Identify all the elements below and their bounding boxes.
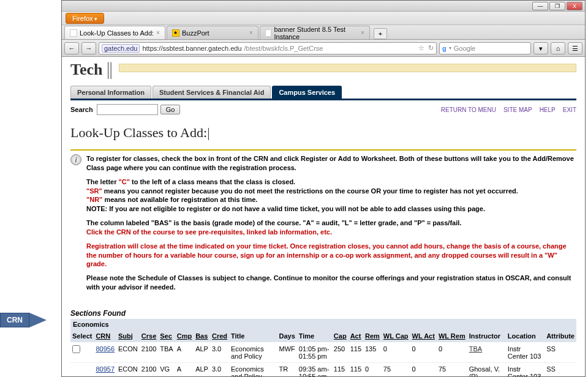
subject-heading: Economics <box>70 319 576 330</box>
window-close[interactable]: X <box>567 2 582 10</box>
cell-cap: 115 <box>332 362 349 376</box>
info-block: i To register for classes, check the box… <box>70 154 576 297</box>
crn-link[interactable]: 80957 <box>96 365 115 373</box>
crn-annotation: CRN <box>0 313 47 327</box>
cell-days: TR <box>277 362 296 376</box>
col-cmp[interactable]: Cmp <box>175 330 194 343</box>
bookmarks-icon[interactable]: ☰ <box>568 42 582 54</box>
new-tab-button[interactable]: + <box>374 28 387 39</box>
link-help[interactable]: HELP <box>540 106 556 113</box>
cell-subj: ECON <box>116 342 140 362</box>
info-p1: To register for classes, check the box i… <box>86 155 574 171</box>
col-cap[interactable]: Cap <box>332 330 349 343</box>
search-input[interactable] <box>97 104 158 115</box>
instructor: Ghosal, V. (P) <box>469 365 500 376</box>
url-path: /btest/bwskfcls.P_GetCrse <box>244 45 323 52</box>
tab-title: Look-Up Classes to Add: <box>80 29 154 37</box>
close-tab-icon[interactable]: × <box>361 29 364 36</box>
cell-attribute: SS <box>545 362 576 376</box>
tab-campus-services[interactable]: Campus Services <box>272 86 342 99</box>
go-button[interactable]: Go <box>160 105 181 114</box>
table-row: 80956ECON2100TBAAALP3.0Economics and Pol… <box>70 342 576 362</box>
site-logo: Tech∥ <box>70 57 114 86</box>
select-checkbox[interactable] <box>72 345 80 353</box>
tab-buzzport[interactable]: ★ BuzzPort × <box>167 26 258 39</box>
cell-crse: 2100 <box>140 342 158 362</box>
downloads-icon[interactable]: ▾ <box>533 42 548 54</box>
col-wlact[interactable]: WL Act <box>410 330 437 343</box>
col-subj[interactable]: Subj <box>116 330 140 343</box>
cell-time: 01:05 pm-01:55 pm <box>297 342 332 362</box>
col-sec[interactable]: Sec <box>158 330 175 343</box>
col-act[interactable]: Act <box>349 330 363 343</box>
col-wlrem[interactable]: WL Rem <box>437 330 467 343</box>
results-table: Select CRN Subj Crse Sec Cmp Bas Cred Ti… <box>70 330 576 376</box>
col-attribute: Attribute <box>545 330 576 343</box>
cell-bas: ALP <box>194 342 210 362</box>
link-site-map[interactable]: SITE MAP <box>503 106 532 113</box>
tab-student-services[interactable]: Student Services & Financial Aid <box>153 86 271 99</box>
banner-stripe <box>119 64 577 72</box>
cell-sec: TBA <box>158 342 175 362</box>
cell-wlrem: 75 <box>437 362 467 376</box>
google-icon: g <box>442 45 447 52</box>
link-return-to-menu[interactable]: RETURN TO MENU <box>441 106 496 113</box>
cell-subj: ECON <box>116 362 140 376</box>
tab-banner[interactable]: banner Student 8.5 Test Instance × <box>260 26 370 39</box>
tab-personal-info[interactable]: Personal Information <box>70 86 151 99</box>
info-registration-close: Registration will close at the time indi… <box>86 242 576 269</box>
window-maximize[interactable]: ❐ <box>549 2 565 10</box>
utility-links: RETURN TO MENU SITE MAP HELP EXIT <box>441 106 576 113</box>
col-crn[interactable]: CRN <box>94 330 116 343</box>
browser-search-field[interactable]: g▾ Google <box>439 42 531 54</box>
cell-title: Economics and Policy <box>229 362 277 376</box>
table-row: 80957ECON2100VGAALP3.0Economics and Poli… <box>70 362 576 376</box>
nav-forward-button[interactable]: → <box>81 42 96 54</box>
address-bar-row: ← → gatech.edu https://ssbtest.banner.ga… <box>62 40 585 57</box>
search-label: Search <box>70 106 93 113</box>
site-identity-badge[interactable]: gatech.edu <box>102 44 140 53</box>
home-icon[interactable]: ⌂ <box>551 42 565 54</box>
col-wlcap[interactable]: WL Cap <box>382 330 410 343</box>
sections-found-heading: Sections Found <box>70 309 576 318</box>
col-bas[interactable]: Bas <box>194 330 210 343</box>
cell-rem: 135 <box>363 342 382 362</box>
col-cred[interactable]: Cred <box>210 330 229 343</box>
page-favicon <box>265 29 272 37</box>
text-cursor <box>208 128 209 140</box>
col-rem[interactable]: Rem <box>363 330 382 343</box>
cell-cmp: A <box>175 342 194 362</box>
cell-cmp: A <box>175 362 194 376</box>
cell-cred: 3.0 <box>210 362 229 376</box>
instructor[interactable]: TBA <box>469 345 482 353</box>
url-domain: https://ssbtest.banner.gatech.edu <box>142 45 241 52</box>
cell-time: 09:35 am-10:55 am <box>297 362 332 376</box>
nav-back-button[interactable]: ← <box>64 42 79 54</box>
cell-title: Economics and Policy <box>229 342 277 362</box>
col-crse[interactable]: Crse <box>140 330 158 343</box>
firefox-menu-button[interactable]: Firefox <box>66 13 104 24</box>
col-instructor: Instructor <box>467 330 506 343</box>
cell-rem: 0 <box>363 362 382 376</box>
cell-wlrem: 0 <box>437 342 467 362</box>
cell-cred: 3.0 <box>210 342 229 362</box>
close-tab-icon[interactable]: × <box>249 29 253 36</box>
cell-wlcap: 0 <box>382 342 410 362</box>
close-tab-icon[interactable]: × <box>156 29 160 36</box>
cell-sec: VG <box>158 362 175 376</box>
tab-lookup[interactable]: Look-Up Classes to Add: × <box>64 26 165 39</box>
url-field[interactable]: gatech.edu https://ssbtest.banner.gatech… <box>99 42 437 54</box>
link-exit[interactable]: EXIT <box>563 106 576 113</box>
reload-icon[interactable]: ↻ <box>428 44 434 52</box>
crn-link[interactable]: 80956 <box>96 345 115 353</box>
bookmark-star-icon[interactable]: ☆ <box>418 44 424 52</box>
tab-title: BuzzPort <box>182 29 209 37</box>
page-favicon <box>70 29 77 37</box>
cell-location: Instr Center 103 <box>506 342 545 362</box>
annotation-label: CRN <box>0 313 29 327</box>
col-select: Select <box>70 330 94 343</box>
cell-wlcap: 75 <box>382 362 410 376</box>
cell-wlact: 0 <box>410 362 437 376</box>
window-minimize[interactable]: — <box>532 2 548 10</box>
search-toolbar: Search Go RETURN TO MENU SITE MAP HELP E… <box>70 100 576 119</box>
